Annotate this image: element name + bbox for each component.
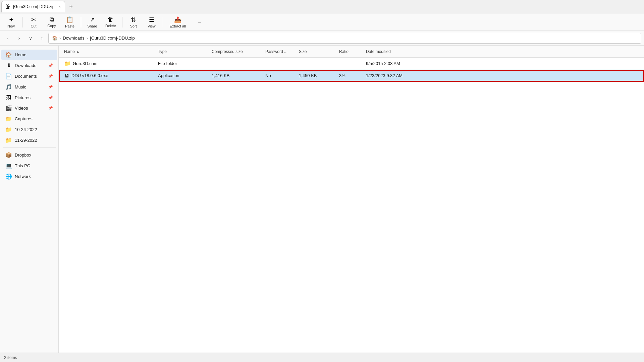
path-zip[interactable]: [Guru3D.com]-DDU.zip [90, 36, 135, 41]
share-label: Share [87, 24, 97, 28]
sidebar-icon-this-pc: 💻 [5, 163, 12, 169]
col-header-password[interactable]: Password ... [263, 46, 296, 57]
share-icon: ↗ [90, 16, 95, 23]
col-password-label: Password ... [265, 49, 287, 54]
status-bar: 2 items [0, 353, 644, 362]
view-label: View [148, 24, 156, 28]
sort-button[interactable]: ⇅ Sort [125, 15, 142, 29]
file-list: 📁Guru3D.comFile folder9/5/2015 2:03 AM🖥D… [59, 58, 644, 353]
toolbar-divider-4 [163, 17, 163, 27]
sidebar-item-folder-1129[interactable]: 📁11-29-2022 [1, 135, 57, 145]
address-path[interactable]: 🏠 › Downloads › [Guru3D.com]-DDU.zip [48, 33, 641, 44]
sidebar-item-downloads[interactable]: ⬇Downloads📌 [1, 60, 57, 71]
path-downloads[interactable]: Downloads [63, 36, 84, 41]
up-button[interactable]: ↑ [37, 33, 47, 43]
col-header-ratio[interactable]: Ratio [336, 46, 363, 57]
paste-icon: 📋 [66, 16, 73, 23]
delete-icon: 🗑 [108, 16, 114, 23]
file-cell-text: DDU v18.0.6.0.exe [71, 73, 108, 78]
zip-icon: 🗜 [6, 4, 10, 9]
pin-icon: 📌 [48, 74, 53, 78]
path-home-icon: 🏠 [52, 36, 57, 41]
toolbar-divider-2 [81, 17, 81, 27]
view-icon: ☰ [149, 16, 154, 23]
file-cell: 3% [336, 73, 363, 78]
sidebar-icon-documents: 📄 [5, 73, 12, 79]
tab-item[interactable]: 🗜 [Guru3D.com]-DDU.zip × [1, 1, 65, 12]
more-button[interactable]: ··· [191, 15, 208, 29]
forward-button[interactable]: › [14, 33, 24, 43]
sort-label: Sort [130, 24, 137, 28]
col-header-type[interactable]: Type [155, 46, 209, 57]
new-button[interactable]: ✦ New [3, 15, 19, 29]
delete-button[interactable]: 🗑 Delete [102, 15, 119, 29]
tab-close-button[interactable]: × [58, 5, 60, 9]
paste-button[interactable]: 📋 Paste [61, 15, 78, 29]
sidebar-item-pictures[interactable]: 🖼Pictures📌 [1, 93, 57, 103]
file-type-icon: 📁 [64, 60, 71, 67]
file-area: Name ▲ Type Compressed size Password ...… [59, 46, 644, 353]
col-type-label: Type [158, 49, 167, 54]
sidebar-icon-music: 🎵 [5, 84, 12, 90]
pin-icon: 📌 [48, 96, 53, 100]
extract-all-button[interactable]: 📤 Extract all [166, 15, 190, 29]
tab-bar: 🗜 [Guru3D.com]-DDU.zip × + [0, 0, 644, 13]
sidebar-item-dropbox[interactable]: 📦Dropbox [1, 150, 57, 160]
file-cell: 📁Guru3D.com [61, 60, 155, 67]
main-layout: 🏠Home⬇Downloads📌📄Documents📌🎵Music📌🖼Pictu… [0, 46, 644, 353]
col-header-date[interactable]: Date modified [363, 46, 641, 57]
sidebar-item-captures[interactable]: 📁Captures [1, 114, 57, 124]
sidebar-item-network[interactable]: 🌐Network [1, 171, 57, 182]
file-cell: 9/5/2015 2:03 AM [363, 61, 641, 66]
toolbar-divider-1 [22, 17, 22, 27]
sidebar-item-folder-1024[interactable]: 📁10-24-2022 [1, 124, 57, 135]
share-button[interactable]: ↗ Share [84, 15, 101, 29]
copy-button[interactable]: ⧉ Copy [43, 15, 60, 29]
file-cell: File folder [155, 61, 209, 66]
sidebar-icon-pictures: 🖼 [5, 95, 12, 101]
file-cell: 1,416 KB [209, 73, 263, 78]
file-cell-text: 1/23/2023 9:32 AM [366, 73, 402, 78]
col-header-name[interactable]: Name ▲ [61, 46, 155, 57]
status-text: 2 items [4, 355, 17, 360]
sidebar-item-music[interactable]: 🎵Music📌 [1, 82, 57, 92]
file-cell-text: Guru3D.com [73, 61, 98, 66]
col-header-compressed[interactable]: Compressed size [209, 46, 263, 57]
file-cell-text: 3% [339, 73, 345, 78]
new-tab-button[interactable]: + [66, 2, 76, 11]
new-label: New [7, 24, 15, 28]
view-button[interactable]: ☰ View [143, 15, 160, 29]
sidebar-item-home[interactable]: 🏠Home [1, 50, 57, 60]
file-cell-text: 9/5/2015 2:03 AM [366, 61, 400, 66]
sidebar-icon-home: 🏠 [5, 52, 12, 58]
new-icon: ✦ [9, 16, 14, 23]
file-row-guru3d-folder[interactable]: 📁Guru3D.comFile folder9/5/2015 2:03 AM [59, 58, 644, 70]
copy-icon: ⧉ [50, 16, 54, 23]
file-cell-text: No [265, 73, 271, 78]
file-row-ddu-exe[interactable]: 🖥DDU v18.0.6.0.exeApplication1,416 KBNo1… [59, 70, 644, 82]
sidebar-item-videos[interactable]: 🎬Videos📌 [1, 103, 57, 113]
back-button[interactable]: ‹ [3, 33, 13, 43]
col-compressed-label: Compressed size [212, 49, 243, 54]
sidebar-label-this-pc: This PC [15, 163, 53, 168]
sidebar-label-music: Music [15, 84, 46, 89]
col-header-size[interactable]: Size [296, 46, 336, 57]
sidebar-icon-videos: 🎬 [5, 105, 12, 111]
sidebar-icon-folder-1129: 📁 [5, 137, 12, 143]
sidebar-label-videos: Videos [15, 106, 46, 111]
file-cell: Application [155, 73, 209, 78]
sidebar-label-folder-1129: 11-29-2022 [15, 138, 53, 143]
sidebar-label-downloads: Downloads [15, 63, 46, 68]
sidebar-item-this-pc[interactable]: 💻This PC [1, 161, 57, 171]
sidebar-label-folder-1024: 10-24-2022 [15, 127, 53, 132]
file-cell: No [263, 73, 296, 78]
sidebar-divider [3, 147, 56, 148]
sidebar-item-documents[interactable]: 📄Documents📌 [1, 71, 57, 81]
file-cell-text: 1,416 KB [212, 73, 230, 78]
tab-title: [Guru3D.com]-DDU.zip [13, 4, 54, 9]
col-ratio-label: Ratio [339, 49, 348, 54]
sidebar-label-pictures: Pictures [15, 95, 46, 100]
dropdown-button[interactable]: ∨ [25, 33, 36, 43]
cut-button[interactable]: ✂ Cut [25, 15, 42, 29]
toolbar-divider-3 [122, 17, 122, 27]
